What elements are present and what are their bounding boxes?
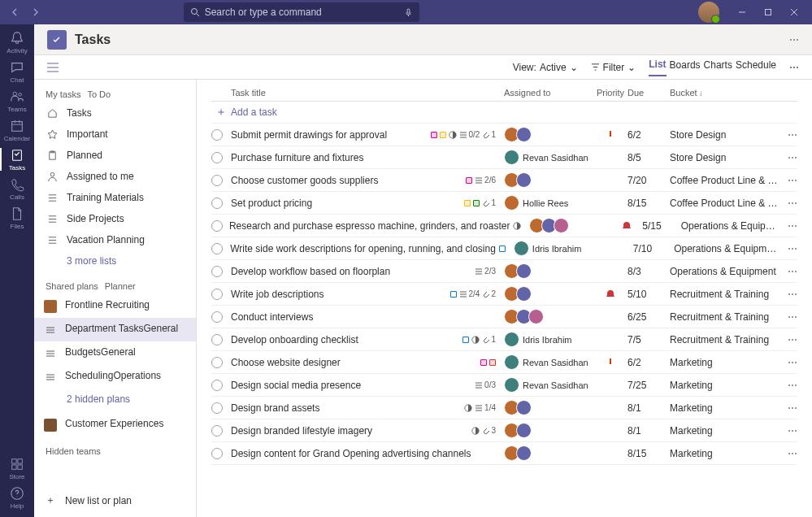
rail-activity[interactable]: Activity: [0, 28, 34, 57]
rail-teams[interactable]: Teams: [0, 86, 34, 115]
new-list-button[interactable]: ＋ New list or plan: [34, 484, 196, 517]
user-avatar[interactable]: [698, 2, 719, 23]
complete-checkbox[interactable]: [211, 198, 223, 209]
task-row[interactable]: Develop workflow based on floorplan2/3 8…: [211, 260, 797, 283]
column-due[interactable]: Due: [627, 88, 670, 98]
task-row[interactable]: Purchase furniture and fixtures Revan Sa…: [211, 146, 797, 169]
complete-checkbox[interactable]: [211, 289, 223, 300]
row-more-button[interactable]: ⋯: [779, 334, 797, 345]
rail-chat[interactable]: Chat: [0, 57, 34, 86]
complete-checkbox[interactable]: [211, 220, 223, 232]
row-more-button[interactable]: ⋯: [779, 425, 797, 437]
row-more-button[interactable]: ⋯: [779, 175, 797, 186]
task-row[interactable]: Develop onboarding checklist1 Idris Ibra…: [211, 328, 797, 351]
complete-checkbox[interactable]: [211, 402, 223, 414]
rail-help[interactable]: Help: [0, 483, 34, 512]
sidebar-item-side-projects[interactable]: Side Projects: [34, 208, 196, 229]
rail-files[interactable]: Files: [0, 203, 34, 232]
column-title[interactable]: Task title: [231, 88, 504, 98]
close-button[interactable]: [783, 2, 805, 22]
task-row[interactable]: Set product pricing1 Hollie Rees 8/15 Co…: [211, 192, 797, 215]
task-row[interactable]: Design brand assets1/4 8/1 Marketing ⋯: [211, 397, 797, 419]
complete-checkbox[interactable]: [211, 425, 223, 437]
task-row[interactable]: Design content for Grand Opening adverti…: [211, 442, 797, 465]
complete-checkbox[interactable]: [211, 448, 223, 459]
tab-schedule[interactable]: Schedule: [736, 59, 776, 76]
sidebar-plan-scheduling[interactable]: SchedulingOperations: [34, 365, 196, 389]
row-more-button[interactable]: ⋯: [779, 448, 797, 459]
sidebar-plan-department-tasks[interactable]: Department TasksGeneral: [34, 318, 196, 341]
task-row[interactable]: Design branded lifestyle imagery3 8/1 Ma…: [211, 419, 797, 442]
rail-calls[interactable]: Calls: [0, 174, 34, 203]
row-more-button[interactable]: ⋯: [781, 220, 797, 232]
complete-checkbox[interactable]: [211, 243, 223, 254]
complete-checkbox[interactable]: [211, 357, 223, 368]
hamburger-button[interactable]: [47, 63, 63, 72]
nav-forward-button[interactable]: [26, 3, 44, 21]
task-row[interactable]: Choose customer goods suppliers2/6 7/20 …: [211, 169, 797, 192]
filter-button[interactable]: Filter ⌄: [591, 62, 636, 73]
row-more-button[interactable]: ⋯: [779, 380, 797, 391]
column-priority[interactable]: Priority: [593, 88, 627, 98]
task-row[interactable]: Write side work descriptions for opening…: [211, 237, 797, 260]
row-more-button[interactable]: ⋯: [779, 289, 797, 300]
tab-charts[interactable]: Charts: [704, 59, 732, 76]
minimize-button[interactable]: [731, 2, 753, 22]
new-list-label: New list or plan: [65, 495, 132, 506]
task-row[interactable]: Choose website designer Revan Sasidhan 6…: [211, 351, 797, 374]
row-more-button[interactable]: ⋯: [779, 198, 797, 209]
row-more-button[interactable]: ⋯: [779, 266, 797, 277]
avatar-icon: [504, 354, 519, 370]
due-date: 8/1: [627, 402, 670, 414]
hidden-teams-link[interactable]: Hidden teams: [34, 437, 196, 466]
tab-list[interactable]: List: [649, 59, 666, 76]
sidebar-plan-frontline-recruiting[interactable]: Frontline Recruiting: [34, 294, 196, 318]
sidebar-item-important[interactable]: Important: [34, 124, 196, 145]
mic-icon[interactable]: [404, 8, 413, 17]
row-more-button[interactable]: ⋯: [779, 152, 797, 163]
task-row[interactable]: Write job descriptions2/42 5/10 Recruitm…: [211, 283, 797, 306]
sidebar-item-tasks[interactable]: Tasks: [34, 102, 196, 124]
rail-tasks[interactable]: Tasks: [0, 145, 34, 174]
complete-checkbox[interactable]: [211, 334, 223, 345]
complete-checkbox[interactable]: [211, 266, 223, 277]
column-assigned[interactable]: Assigned to: [504, 88, 593, 98]
complete-checkbox[interactable]: [211, 129, 223, 141]
assignees: [504, 195, 519, 211]
row-more-button[interactable]: ⋯: [780, 243, 797, 254]
toolbar-more-button[interactable]: ⋯: [789, 62, 799, 73]
search-box[interactable]: [184, 2, 419, 22]
sidebar-item-planned[interactable]: Planned: [34, 145, 196, 166]
task-row[interactable]: Submit permit drawings for approval0/21 …: [211, 124, 797, 146]
column-bucket[interactable]: Bucket↓: [670, 88, 779, 98]
maximize-button[interactable]: [757, 2, 779, 22]
complete-checkbox[interactable]: [211, 380, 223, 391]
row-more-button[interactable]: ⋯: [779, 129, 797, 141]
sidebar-item-vacation-planning[interactable]: Vacation Planning: [34, 229, 196, 250]
complete-checkbox[interactable]: [211, 175, 223, 186]
more-lists-link[interactable]: 3 more lists: [34, 250, 196, 272]
sidebar-item-assigned-to-me[interactable]: Assigned to me: [34, 166, 196, 187]
row-more-button[interactable]: ⋯: [779, 357, 797, 368]
view-dropdown[interactable]: View: Active ⌄: [513, 62, 578, 73]
rail-store[interactable]: Store: [0, 454, 34, 483]
task-row[interactable]: Research and purchase espresso machine, …: [211, 215, 797, 237]
complete-checkbox[interactable]: [211, 152, 223, 163]
add-task-row[interactable]: ＋ Add a task: [211, 102, 797, 124]
complete-checkbox[interactable]: [211, 311, 223, 323]
task-row[interactable]: Conduct interviews 6/25 Recruitment & Tr…: [211, 306, 797, 328]
header-more-button[interactable]: ⋯: [789, 34, 799, 46]
tab-boards[interactable]: Boards: [670, 59, 701, 76]
row-more-button[interactable]: ⋯: [779, 402, 797, 414]
row-more-button[interactable]: ⋯: [779, 311, 797, 323]
bucket-name: Recruitment & Training: [670, 311, 779, 323]
sidebar-item-training-materials[interactable]: Training Materials: [34, 187, 196, 208]
hidden-plans-link[interactable]: 2 hidden plans: [34, 389, 196, 410]
task-row[interactable]: Design social media presence0/3 Revan Sa…: [211, 374, 797, 397]
search-input[interactable]: [205, 7, 399, 18]
sidebar-plan-customer-experiences[interactable]: Customer Experiences: [34, 413, 196, 437]
rail-calendar[interactable]: Calendar: [0, 115, 34, 145]
sidebar-plan-budgets[interactable]: BudgetsGeneral: [34, 341, 196, 365]
nav-back-button[interactable]: [7, 3, 24, 21]
chevron-down-icon: ⌄: [570, 62, 578, 73]
